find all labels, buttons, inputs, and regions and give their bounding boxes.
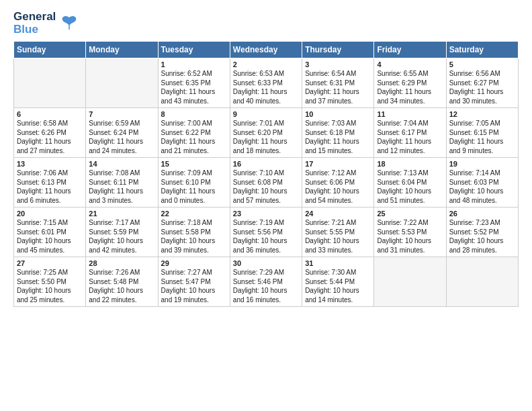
day-cell: 25Sunrise: 7:22 AM Sunset: 5:53 PM Dayli… <box>374 208 446 257</box>
page-header: General Blue <box>13 11 519 36</box>
day-info: Sunrise: 6:55 AM Sunset: 6:29 PM Dayligh… <box>377 69 443 105</box>
day-number: 24 <box>305 210 371 218</box>
day-info: Sunrise: 7:22 AM Sunset: 5:53 PM Dayligh… <box>377 218 443 255</box>
day-cell <box>374 257 446 307</box>
day-number: 29 <box>161 259 227 267</box>
day-info: Sunrise: 7:15 AM Sunset: 6:01 PM Dayligh… <box>17 218 83 255</box>
day-number: 23 <box>233 210 299 218</box>
day-number: 9 <box>233 110 299 118</box>
day-cell: 10Sunrise: 7:03 AM Sunset: 6:18 PM Dayli… <box>302 108 374 158</box>
day-cell: 18Sunrise: 7:13 AM Sunset: 6:04 PM Dayli… <box>374 158 446 208</box>
week-row-1: 1Sunrise: 6:52 AM Sunset: 6:35 PM Daylig… <box>14 58 519 108</box>
day-number: 26 <box>449 210 515 218</box>
weekday-header-monday: Monday <box>86 42 158 58</box>
day-number: 10 <box>305 110 371 118</box>
day-cell <box>14 58 86 108</box>
day-info: Sunrise: 6:52 AM Sunset: 6:35 PM Dayligh… <box>161 69 227 105</box>
day-info: Sunrise: 7:13 AM Sunset: 6:04 PM Dayligh… <box>377 169 443 205</box>
day-number: 20 <box>17 210 83 218</box>
day-cell: 6Sunrise: 6:58 AM Sunset: 6:26 PM Daylig… <box>14 108 86 158</box>
day-info: Sunrise: 7:06 AM Sunset: 6:13 PM Dayligh… <box>17 169 83 205</box>
weekday-header-thursday: Thursday <box>302 42 374 58</box>
day-number: 15 <box>161 160 227 168</box>
weekday-header-wednesday: Wednesday <box>230 42 302 58</box>
day-number: 31 <box>305 259 371 267</box>
week-row-2: 6Sunrise: 6:58 AM Sunset: 6:26 PM Daylig… <box>14 108 519 158</box>
day-cell: 8Sunrise: 7:00 AM Sunset: 6:22 PM Daylig… <box>158 108 230 158</box>
day-cell: 12Sunrise: 7:05 AM Sunset: 6:15 PM Dayli… <box>446 108 518 158</box>
day-info: Sunrise: 7:17 AM Sunset: 5:59 PM Dayligh… <box>89 218 154 255</box>
day-cell: 13Sunrise: 7:06 AM Sunset: 6:13 PM Dayli… <box>14 158 86 208</box>
weekday-header-sunday: Sunday <box>14 42 86 58</box>
day-cell: 3Sunrise: 6:54 AM Sunset: 6:31 PM Daylig… <box>302 58 374 108</box>
day-cell: 9Sunrise: 7:01 AM Sunset: 6:20 PM Daylig… <box>230 108 302 158</box>
day-cell: 28Sunrise: 7:26 AM Sunset: 5:48 PM Dayli… <box>86 257 158 307</box>
day-cell: 14Sunrise: 7:08 AM Sunset: 6:11 PM Dayli… <box>86 158 158 208</box>
day-info: Sunrise: 6:58 AM Sunset: 6:26 PM Dayligh… <box>17 119 83 155</box>
day-info: Sunrise: 7:18 AM Sunset: 5:58 PM Dayligh… <box>161 218 227 255</box>
day-number: 28 <box>89 259 154 267</box>
day-info: Sunrise: 6:56 AM Sunset: 6:27 PM Dayligh… <box>449 69 515 105</box>
day-cell: 15Sunrise: 7:09 AM Sunset: 6:10 PM Dayli… <box>158 158 230 208</box>
day-number: 4 <box>377 60 443 68</box>
day-info: Sunrise: 7:09 AM Sunset: 6:10 PM Dayligh… <box>161 169 227 205</box>
day-number: 30 <box>233 259 299 267</box>
week-row-4: 20Sunrise: 7:15 AM Sunset: 6:01 PM Dayli… <box>14 208 519 257</box>
day-cell: 16Sunrise: 7:10 AM Sunset: 6:08 PM Dayli… <box>230 158 302 208</box>
day-cell: 30Sunrise: 7:29 AM Sunset: 5:46 PM Dayli… <box>230 257 302 307</box>
day-info: Sunrise: 6:54 AM Sunset: 6:31 PM Dayligh… <box>305 69 371 105</box>
day-info: Sunrise: 7:25 AM Sunset: 5:50 PM Dayligh… <box>17 268 83 304</box>
day-number: 17 <box>305 160 371 168</box>
day-cell: 26Sunrise: 7:23 AM Sunset: 5:52 PM Dayli… <box>446 208 518 257</box>
day-cell: 2Sunrise: 6:53 AM Sunset: 6:33 PM Daylig… <box>230 58 302 108</box>
day-number: 11 <box>377 110 443 118</box>
day-info: Sunrise: 7:01 AM Sunset: 6:20 PM Dayligh… <box>233 119 299 155</box>
day-info: Sunrise: 7:23 AM Sunset: 5:52 PM Dayligh… <box>449 218 515 255</box>
weekday-header-tuesday: Tuesday <box>158 42 230 58</box>
day-cell: 23Sunrise: 7:19 AM Sunset: 5:56 PM Dayli… <box>230 208 302 257</box>
day-number: 14 <box>89 160 154 168</box>
day-number: 12 <box>449 110 515 118</box>
day-number: 6 <box>17 110 83 118</box>
day-number: 13 <box>17 160 83 168</box>
day-number: 27 <box>17 259 83 267</box>
day-cell <box>86 58 158 108</box>
day-number: 5 <box>449 60 515 68</box>
week-row-3: 13Sunrise: 7:06 AM Sunset: 6:13 PM Dayli… <box>14 158 519 208</box>
day-number: 18 <box>377 160 443 168</box>
day-number: 7 <box>89 110 154 118</box>
day-info: Sunrise: 7:12 AM Sunset: 6:06 PM Dayligh… <box>305 169 371 205</box>
day-info: Sunrise: 7:10 AM Sunset: 6:08 PM Dayligh… <box>233 169 299 205</box>
day-info: Sunrise: 7:14 AM Sunset: 6:03 PM Dayligh… <box>449 169 515 205</box>
day-number: 16 <box>233 160 299 168</box>
day-number: 3 <box>305 60 371 68</box>
logo: General Blue <box>13 11 79 36</box>
day-cell: 1Sunrise: 6:52 AM Sunset: 6:35 PM Daylig… <box>158 58 230 108</box>
day-number: 2 <box>233 60 299 68</box>
day-cell: 20Sunrise: 7:15 AM Sunset: 6:01 PM Dayli… <box>14 208 86 257</box>
day-info: Sunrise: 7:27 AM Sunset: 5:47 PM Dayligh… <box>161 268 227 304</box>
calendar-table: SundayMondayTuesdayWednesdayThursdayFrid… <box>13 41 519 307</box>
day-cell: 27Sunrise: 7:25 AM Sunset: 5:50 PM Dayli… <box>14 257 86 307</box>
day-info: Sunrise: 6:59 AM Sunset: 6:24 PM Dayligh… <box>89 119 154 155</box>
day-number: 1 <box>161 60 227 68</box>
weekday-header-saturday: Saturday <box>446 42 518 58</box>
day-number: 25 <box>377 210 443 218</box>
day-cell: 7Sunrise: 6:59 AM Sunset: 6:24 PM Daylig… <box>86 108 158 158</box>
day-info: Sunrise: 7:19 AM Sunset: 5:56 PM Dayligh… <box>233 218 299 255</box>
day-info: Sunrise: 7:03 AM Sunset: 6:18 PM Dayligh… <box>305 119 371 155</box>
logo-general: General <box>13 11 56 24</box>
day-info: Sunrise: 7:26 AM Sunset: 5:48 PM Dayligh… <box>89 268 154 304</box>
day-cell: 5Sunrise: 6:56 AM Sunset: 6:27 PM Daylig… <box>446 58 518 108</box>
day-cell: 24Sunrise: 7:21 AM Sunset: 5:55 PM Dayli… <box>302 208 374 257</box>
weekday-header-row: SundayMondayTuesdayWednesdayThursdayFrid… <box>14 42 519 58</box>
day-info: Sunrise: 7:21 AM Sunset: 5:55 PM Dayligh… <box>305 218 371 255</box>
logo-bird-icon <box>60 13 79 35</box>
day-info: Sunrise: 6:53 AM Sunset: 6:33 PM Dayligh… <box>233 69 299 105</box>
day-cell <box>446 257 518 307</box>
day-number: 19 <box>449 160 515 168</box>
weekday-header-friday: Friday <box>374 42 446 58</box>
day-cell: 17Sunrise: 7:12 AM Sunset: 6:06 PM Dayli… <box>302 158 374 208</box>
day-info: Sunrise: 7:30 AM Sunset: 5:44 PM Dayligh… <box>305 268 371 304</box>
day-info: Sunrise: 7:29 AM Sunset: 5:46 PM Dayligh… <box>233 268 299 304</box>
